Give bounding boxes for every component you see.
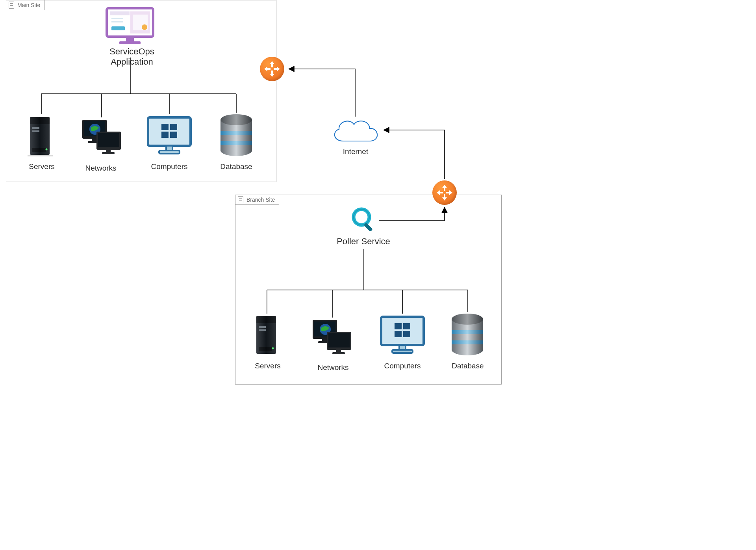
svg-rect-24: [98, 133, 119, 147]
svg-rect-58: [381, 317, 424, 345]
svg-rect-46: [259, 329, 266, 331]
svg-rect-6: [111, 21, 123, 22]
svg-rect-2: [119, 41, 141, 44]
main-database-label: Database: [201, 162, 272, 171]
svg-point-36: [220, 145, 252, 156]
svg-rect-47: [259, 347, 272, 351]
svg-rect-56: [336, 350, 341, 352]
poller-service-label: Poller Service: [328, 236, 399, 247]
svg-point-67: [452, 344, 483, 355]
site-icon: [9, 2, 14, 9]
branch-networks-icon: [311, 318, 354, 358]
site-icon: [238, 196, 243, 203]
internet-label: Internet: [320, 147, 391, 156]
svg-point-16: [46, 149, 48, 151]
branch-site-tab: Branch Site: [235, 195, 279, 205]
branch-site-title: Branch Site: [246, 197, 275, 203]
svg-rect-12: [30, 117, 50, 124]
svg-rect-25: [106, 150, 111, 152]
svg-point-10: [142, 24, 147, 30]
branch-networks-label: Networks: [298, 363, 369, 372]
svg-rect-1: [126, 37, 134, 41]
branch-servers-icon: [254, 314, 285, 356]
main-database-icon: [219, 113, 254, 157]
main-computers-label: Computers: [134, 162, 205, 171]
svg-rect-62: [403, 323, 410, 329]
svg-rect-26: [102, 152, 115, 154]
svg-point-41: [354, 209, 369, 225]
svg-rect-5: [111, 18, 123, 19]
svg-rect-31: [170, 124, 177, 130]
svg-rect-69: [452, 330, 483, 334]
svg-point-37: [220, 114, 252, 125]
svg-rect-55: [328, 333, 350, 347]
svg-rect-15: [32, 148, 46, 152]
main-networks-icon: [81, 118, 124, 158]
main-servers-icon: [28, 115, 59, 157]
svg-rect-45: [259, 326, 266, 328]
main-site-title: Main Site: [17, 2, 40, 8]
router-main-icon: [260, 57, 284, 81]
svg-rect-29: [159, 151, 180, 154]
serviceops-app-icon: [104, 6, 156, 45]
svg-point-68: [452, 314, 483, 325]
svg-rect-14: [32, 130, 39, 132]
main-networks-label: Networks: [65, 164, 136, 173]
internet-cloud-icon: [328, 116, 383, 147]
branch-servers-label: Servers: [232, 362, 303, 370]
svg-rect-42: [364, 223, 373, 232]
svg-rect-7: [111, 26, 125, 30]
poller-service-icon: [350, 206, 378, 234]
svg-rect-64: [403, 331, 410, 337]
svg-rect-38: [220, 131, 252, 135]
svg-rect-4: [110, 11, 130, 15]
svg-rect-57: [332, 352, 345, 354]
svg-rect-21: [92, 139, 96, 141]
svg-rect-63: [395, 331, 402, 337]
svg-rect-52: [322, 339, 327, 341]
router-branch-icon: [432, 180, 457, 205]
svg-rect-44: [256, 316, 276, 323]
svg-rect-27: [148, 117, 191, 146]
main-site-tab: Main Site: [6, 0, 44, 10]
diagram-canvas: Main Site ServiceOps Application: [0, 0, 502, 386]
branch-database-icon: [450, 313, 485, 356]
svg-rect-30: [161, 124, 169, 130]
svg-rect-39: [220, 141, 252, 145]
main-computers-icon: [146, 115, 193, 156]
svg-rect-33: [170, 132, 177, 138]
serviceops-app-label: ServiceOps Application: [89, 46, 175, 67]
svg-rect-70: [452, 340, 483, 344]
svg-rect-17: [28, 155, 53, 156]
branch-computers-icon: [379, 314, 426, 356]
branch-database-label: Database: [432, 362, 503, 370]
svg-rect-61: [395, 323, 402, 329]
svg-rect-13: [32, 127, 39, 129]
svg-rect-60: [392, 350, 413, 353]
svg-point-48: [272, 347, 274, 349]
branch-computers-label: Computers: [367, 362, 438, 370]
svg-rect-32: [161, 132, 169, 138]
